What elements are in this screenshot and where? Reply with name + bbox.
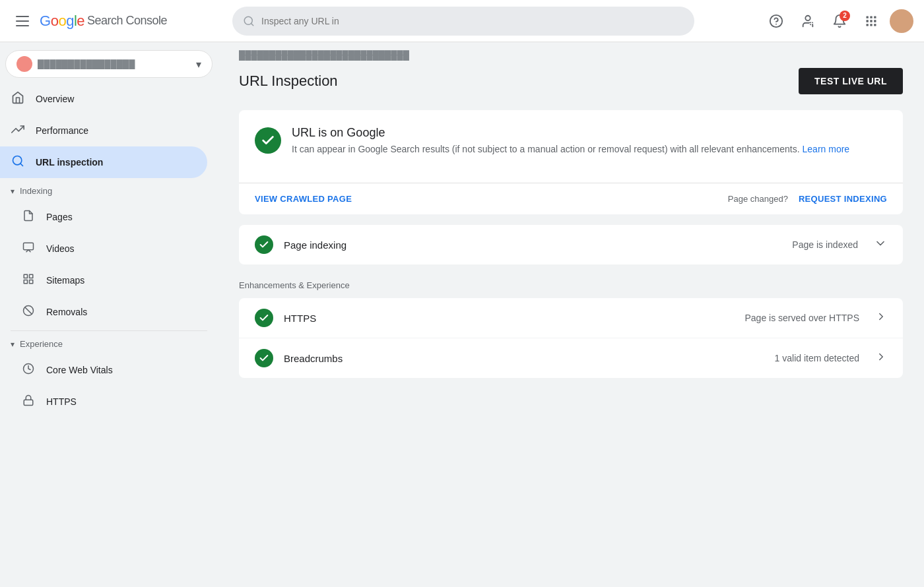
- svg-rect-11: [874, 20, 876, 22]
- sidebar-item-label-core-web-vitals: Core Web Vitals: [46, 365, 113, 375]
- svg-rect-9: [867, 20, 869, 22]
- core-web-vitals-icon: [21, 363, 36, 378]
- logo-suffix: Search Console: [87, 14, 167, 28]
- indexing-section-label: Indexing: [20, 186, 52, 196]
- experience-section-header[interactable]: ▾ Experience: [0, 334, 218, 354]
- logo-e: e: [77, 13, 84, 30]
- main-content: ████████████████████████████ URL Inspect…: [218, 42, 924, 587]
- user-admin-button[interactable]: [795, 8, 821, 34]
- enhancements-section-label: Enhancements & Experience: [239, 275, 903, 295]
- index-check-icon: [255, 235, 273, 254]
- sidebar-item-label-sitemaps: Sitemaps: [46, 275, 84, 286]
- sidebar-item-performance[interactable]: Performance: [0, 115, 207, 146]
- test-live-url-button[interactable]: TEST LIVE URL: [799, 68, 903, 94]
- breadcrumbs-enhancement-row[interactable]: Breadcrumbs 1 valid item detected: [239, 338, 903, 378]
- https-check-icon: [255, 309, 273, 327]
- help-button[interactable]: [763, 8, 789, 34]
- svg-rect-10: [870, 20, 872, 22]
- svg-rect-18: [24, 274, 27, 278]
- sitemaps-icon: [21, 273, 36, 288]
- breadcrumbs-label: Breadcrumbs: [284, 353, 343, 364]
- sidebar-item-label-videos: Videos: [46, 243, 75, 254]
- sidebar-item-removals[interactable]: Removals: [0, 296, 207, 328]
- sidebar-item-label-https: HTTPS: [46, 396, 77, 407]
- https-icon: [21, 394, 36, 410]
- status-title: URL is on Google: [292, 126, 849, 140]
- enhancements-card: HTTPS Page is served over HTTPS Breadcru…: [239, 298, 903, 378]
- status-header: URL is on Google It can appear in Google…: [255, 126, 887, 156]
- svg-rect-25: [24, 400, 33, 405]
- https-chevron-right-icon: [875, 311, 887, 325]
- sidebar-item-label-pages: Pages: [46, 212, 73, 222]
- sidebar-item-label-removals: Removals: [46, 307, 87, 317]
- card-actions: VIEW CRAWLED PAGE Page changed? REQUEST …: [239, 183, 903, 214]
- property-dropdown-icon: ▾: [196, 58, 201, 71]
- indexing-section-header[interactable]: ▾ Indexing: [0, 181, 218, 201]
- notifications-button[interactable]: 2: [826, 8, 853, 34]
- search-icon: [243, 15, 255, 27]
- page-indexing-row[interactable]: Page indexing Page is indexed: [239, 225, 903, 264]
- google-logo: Google Search Console: [40, 13, 167, 30]
- chevron-down-icon: [874, 237, 887, 253]
- home-icon: [11, 91, 25, 108]
- content-area: URL Inspection TEST LIVE URL URL is on G…: [218, 68, 924, 410]
- sidebar: ████████████████ ▾ Overview Performance …: [0, 42, 218, 587]
- sidebar-item-url-inspection[interactable]: URL inspection: [0, 146, 207, 178]
- logo-o2: o: [58, 13, 66, 30]
- svg-point-4: [805, 15, 810, 20]
- svg-rect-21: [24, 280, 27, 283]
- logo-o1: o: [51, 13, 59, 30]
- https-status: Page is served over HTTPS: [744, 313, 859, 323]
- sidebar-divider: [11, 330, 207, 331]
- svg-rect-8: [874, 16, 876, 18]
- sidebar-item-label-overview: Overview: [36, 94, 74, 104]
- request-indexing-link[interactable]: REQUEST INDEXING: [799, 194, 887, 204]
- svg-rect-19: [30, 274, 33, 278]
- user-admin-icon: [801, 14, 815, 28]
- notification-badge: 2: [840, 11, 850, 21]
- status-card-body: URL is on Google It can appear in Google…: [239, 110, 903, 183]
- property-name: ████████████████: [38, 59, 191, 69]
- svg-rect-17: [24, 243, 34, 250]
- property-selector[interactable]: ████████████████ ▾: [5, 50, 213, 78]
- sidebar-item-sitemaps[interactable]: Sitemaps: [0, 264, 207, 296]
- sidebar-item-core-web-vitals[interactable]: Core Web Vitals: [0, 354, 207, 386]
- search-input[interactable]: [261, 16, 684, 26]
- svg-rect-20: [30, 280, 33, 283]
- page-title: URL Inspection: [239, 73, 338, 90]
- sidebar-item-overview[interactable]: Overview: [0, 83, 207, 115]
- index-status: Page is indexed: [792, 239, 858, 250]
- learn-more-link[interactable]: Learn more: [803, 144, 850, 154]
- breadcrumbs-status: 1 valid item detected: [775, 353, 859, 363]
- svg-rect-13: [870, 24, 872, 26]
- svg-rect-6: [867, 16, 869, 18]
- help-icon: [769, 14, 783, 28]
- view-crawled-page-link[interactable]: VIEW CRAWLED PAGE: [255, 194, 352, 204]
- svg-line-1: [251, 23, 253, 25]
- status-text-block: URL is on Google It can appear in Google…: [292, 126, 849, 156]
- apps-button[interactable]: [858, 8, 884, 34]
- header: Google Search Console 2: [0, 0, 924, 42]
- sidebar-item-label-performance: Performance: [36, 125, 88, 136]
- status-card: URL is on Google It can appear in Google…: [239, 110, 903, 214]
- logo-g: G: [40, 13, 51, 30]
- svg-rect-7: [870, 16, 872, 18]
- avatar[interactable]: [890, 9, 913, 33]
- status-description: It can appear in Google Search results (…: [292, 142, 849, 156]
- sidebar-item-https[interactable]: HTTPS: [0, 386, 207, 417]
- header-logo: Google Search Console: [11, 11, 222, 32]
- status-desc-text: It can appear in Google Search results (…: [292, 144, 800, 154]
- index-label: Page indexing: [284, 239, 346, 251]
- svg-rect-14: [874, 24, 876, 26]
- breadcrumbs-check-icon: [255, 349, 273, 367]
- sidebar-item-pages[interactable]: Pages: [0, 201, 207, 233]
- https-enhancement-row[interactable]: HTTPS Page is served over HTTPS: [239, 298, 903, 338]
- page-header: URL Inspection TEST LIVE URL: [239, 68, 903, 94]
- sidebar-item-videos[interactable]: Videos: [0, 233, 207, 264]
- status-check-icon: [255, 127, 281, 154]
- videos-icon: [21, 241, 36, 257]
- search-bar[interactable]: [232, 7, 694, 36]
- hamburger-menu-button[interactable]: [11, 11, 34, 32]
- breadcrumbs-chevron-right-icon: [875, 351, 887, 365]
- svg-line-23: [25, 307, 32, 314]
